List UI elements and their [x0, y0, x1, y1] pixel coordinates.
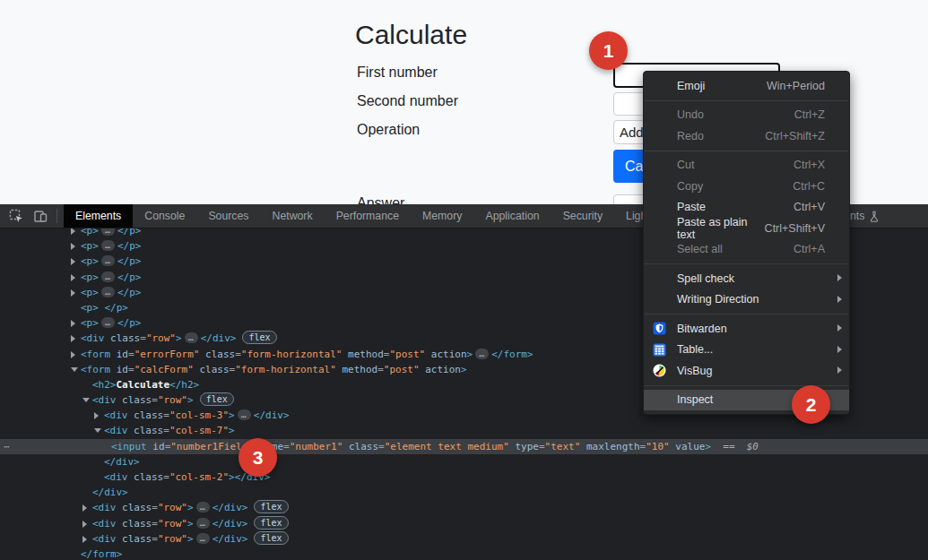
tab-performance[interactable]: Performance — [325, 204, 411, 228]
context-menu: EmojiWin+PeriodUndoCtrl+ZRedoCtrl+Shift+… — [643, 71, 850, 415]
expand-arrow-icon[interactable] — [71, 258, 75, 265]
flex-badge[interactable]: flex — [242, 331, 276, 344]
expand-arrow-icon[interactable] — [71, 289, 75, 297]
collapsed-content-icon[interactable]: … — [238, 409, 251, 420]
collapsed-content-icon[interactable]: … — [185, 332, 198, 343]
collapsed-content-icon[interactable]: … — [196, 533, 210, 544]
inspect-element-icon[interactable] — [8, 209, 24, 223]
code-line[interactable]: </form> — [0, 547, 928, 560]
collapsed-content-icon[interactable]: … — [196, 518, 210, 529]
code-token: "col-sm-3" — [169, 409, 229, 421]
code-token: = — [163, 425, 169, 436]
collapsed-content-icon[interactable]: … — [101, 228, 115, 236]
expand-arrow-icon[interactable] — [71, 320, 75, 327]
collapsed-content-icon[interactable]: … — [196, 502, 210, 513]
flex-badge[interactable]: flex — [254, 516, 288, 530]
tab-application[interactable]: Application — [473, 204, 551, 228]
menu-item-label: Emoji — [677, 80, 705, 92]
label-answer: Answer — [357, 195, 404, 204]
device-toolbar-icon[interactable] — [32, 209, 48, 223]
menu-item-emoji[interactable]: EmojiWin+Period — [644, 75, 849, 97]
collapse-arrow-icon[interactable] — [71, 367, 78, 372]
code-token: class — [343, 441, 378, 452]
menu-item-cut[interactable]: CutCtrl+X — [644, 155, 849, 177]
code-token: > — [229, 425, 235, 436]
menu-item-spell-check[interactable]: Spell check — [644, 268, 849, 289]
tab-elements[interactable]: Elements — [64, 204, 133, 228]
code-line[interactable]: <div class="row">…</div>flex — [0, 500, 928, 515]
menu-item-redo[interactable]: RedoCtrl+Shift+Z — [644, 125, 849, 147]
tab-overflow-partial[interactable]: nts — [850, 204, 880, 228]
code-token: "row" — [158, 533, 187, 545]
tab-memory[interactable]: Memory — [411, 204, 473, 228]
expand-arrow-icon[interactable] — [71, 228, 75, 235]
menu-item-paste-as-plain-text[interactable]: Paste as plain textCtrl+Shift+V — [644, 218, 849, 239]
code-token: </h2> — [169, 379, 199, 391]
code-token: maxlength — [580, 441, 639, 452]
expand-arrow-icon[interactable] — [71, 243, 75, 250]
menu-item-paste[interactable]: PasteCtrl+V — [644, 197, 849, 219]
code-token: "col-sm-7" — [169, 425, 229, 436]
code-token: <div — [92, 533, 117, 545]
code-token: action — [425, 349, 466, 360]
menu-item-shortcut: Ctrl+X — [794, 159, 840, 171]
collapsed-content-icon[interactable]: … — [101, 271, 115, 282]
code-token: id — [110, 349, 128, 360]
collapse-arrow-icon[interactable] — [94, 428, 101, 433]
code-token: > — [461, 364, 467, 375]
collapsed-content-icon[interactable]: … — [475, 349, 489, 359]
tab-network[interactable]: Network — [261, 204, 325, 228]
expand-arrow-icon[interactable] — [71, 335, 75, 342]
collapse-arrow-icon[interactable] — [82, 398, 90, 402]
expand-arrow-icon[interactable] — [82, 521, 87, 528]
expand-arrow-icon[interactable] — [82, 536, 87, 543]
menu-item-visbug[interactable]: VisBug — [644, 360, 849, 382]
code-line[interactable]: <div class="col-sm-2"></div> — [0, 470, 928, 485]
menu-item-writing-direction[interactable]: Writing Direction — [644, 289, 849, 311]
collapsed-content-icon[interactable]: … — [101, 317, 115, 328]
code-token: </p> — [117, 287, 142, 298]
menu-separator — [645, 314, 848, 314]
flex-badge[interactable]: flex — [254, 500, 288, 513]
code-token: = — [140, 332, 146, 344]
code-line[interactable]: <div class="row">…</div>flex — [0, 516, 928, 531]
collapsed-content-icon[interactable]: … — [101, 287, 115, 297]
tab-console[interactable]: Console — [133, 204, 196, 228]
submenu-arrow-icon — [837, 324, 842, 332]
code-token: <div — [104, 471, 128, 483]
code-token: </div> — [212, 533, 248, 545]
flex-badge[interactable]: flex — [254, 531, 288, 545]
menu-item-table[interactable]: Table... — [644, 340, 849, 361]
flex-badge[interactable]: flex — [200, 392, 234, 406]
menu-item-label: Paste — [677, 201, 706, 213]
expand-arrow-icon[interactable] — [82, 504, 87, 512]
code-line[interactable]: <div class="row">…</div>flex — [0, 531, 928, 547]
code-token: class — [117, 518, 152, 530]
menu-item-label: Spell check — [677, 272, 734, 285]
code-line-selected[interactable]: ⋯<input id="number1Field" name="number1"… — [0, 439, 928, 454]
more-actions-icon[interactable]: ⋯ — [4, 439, 11, 454]
menu-item-shortcut: Win+Period — [767, 80, 840, 92]
code-token: <h2> — [92, 379, 117, 391]
menu-item-select-all[interactable]: Select allCtrl+A — [644, 239, 849, 261]
code-token: "form-horizontal" — [241, 349, 343, 360]
code-token: <p> — [81, 287, 99, 298]
code-token: </p> — [117, 240, 142, 252]
code-line[interactable]: </div> — [0, 454, 928, 470]
code-line[interactable]: </div> — [0, 485, 928, 500]
code-token: class — [117, 502, 152, 513]
code-token: = — [152, 394, 158, 406]
tab-sources[interactable]: Sources — [196, 204, 260, 228]
code-token: = — [377, 364, 384, 375]
menu-item-bitwarden[interactable]: Bitwarden — [644, 318, 849, 340]
tab-security[interactable]: Security — [551, 204, 614, 228]
menu-item-copy[interactable]: CopyCtrl+C — [644, 176, 849, 197]
expand-arrow-icon[interactable] — [71, 351, 75, 358]
menu-item-undo[interactable]: UndoCtrl+Z — [644, 105, 849, 126]
expand-arrow-icon[interactable] — [94, 412, 99, 419]
collapsed-content-icon[interactable]: … — [101, 240, 115, 251]
expand-arrow-icon[interactable] — [71, 274, 75, 281]
code-line[interactable]: <div class="col-sm-7"> — [0, 423, 928, 438]
code-token: > — [229, 409, 235, 421]
collapsed-content-icon[interactable]: … — [101, 255, 115, 266]
